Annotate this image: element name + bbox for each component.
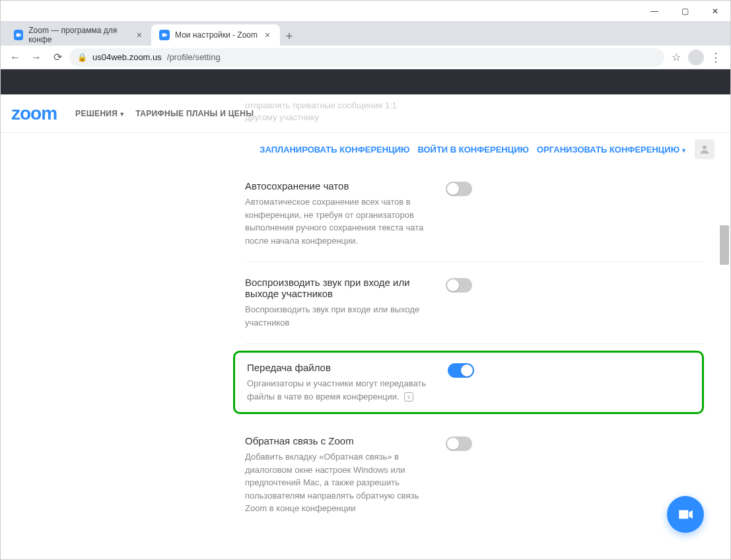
setting-desc: Добавить вкладку «Обратная связь» в диал… xyxy=(245,450,430,515)
tab-close-icon[interactable]: × xyxy=(263,30,272,40)
forward-button[interactable]: → xyxy=(27,48,46,67)
host-meeting-link[interactable]: ОРГАНИЗОВАТЬ КОНФЕРЕНЦИЮ▼ xyxy=(537,145,687,155)
setting-autosave-chats: Автосохранение чатов Автоматическое сохр… xyxy=(245,166,704,262)
zoom-subnav: ЗАПЛАНИРОВАТЬ КОНФЕРЕНЦИЮ ВОЙТИ В КОНФЕР… xyxy=(1,133,730,166)
nav-plans[interactable]: ТАРИФНЫЕ ПЛАНЫ И ЦЕНЫ xyxy=(135,109,254,118)
maximize-button[interactable]: ▢ xyxy=(670,1,700,22)
browser-tab-0[interactable]: Zoom — программа для конфе × xyxy=(6,24,151,46)
bookmark-star-icon[interactable]: ☆ xyxy=(667,51,685,63)
tab-title: Zoom — программа для конфе xyxy=(28,26,129,44)
setting-desc: Организаторы и участники могут передават… xyxy=(247,377,432,403)
back-button[interactable]: ← xyxy=(6,48,24,67)
close-button[interactable]: ✕ xyxy=(700,1,730,22)
schedule-meeting-link[interactable]: ЗАПЛАНИРОВАТЬ КОНФЕРЕНЦИЮ xyxy=(260,145,409,155)
browser-tabs-bar: Zoom — программа для конфе × Мои настрой… xyxy=(1,22,730,46)
reload-button[interactable]: ⟳ xyxy=(48,48,67,67)
user-avatar-icon[interactable] xyxy=(695,139,714,159)
zoom-navbar: zoom РЕШЕНИЯ▼ ТАРИФНЫЕ ПЛАНЫ И ЦЕНЫ отпр… xyxy=(1,94,730,133)
toggle-sound[interactable] xyxy=(446,278,472,293)
setting-desc: Воспроизводить звук при входе или выходе… xyxy=(245,303,430,329)
chrome-profile-avatar[interactable] xyxy=(688,50,704,65)
setting-file-transfer-highlight: Передача файлов Организаторы и участники… xyxy=(233,351,704,414)
setting-play-sound: Воспроизводить звук при входе или выходе… xyxy=(245,262,704,344)
url-field[interactable]: 🔒 us04web.zoom.us/profile/setting xyxy=(69,48,664,67)
tab-close-icon[interactable]: × xyxy=(135,30,143,40)
zoom-chat-fab[interactable] xyxy=(667,496,704,533)
window-titlebar: — ▢ ✕ xyxy=(1,1,730,22)
settings-content: Автосохранение чатов Автоматическое сохр… xyxy=(1,166,730,530)
setting-title: Воспроизводить звук при входе или выходе… xyxy=(245,277,430,299)
setting-desc: Автоматическое сохранение всех чатов в к… xyxy=(245,195,430,247)
setting-feedback: Обратная связь с Zoom Добавить вкладку «… xyxy=(245,421,704,530)
zoom-top-dark-bar xyxy=(1,69,730,94)
lock-icon: 🔒 xyxy=(77,53,87,62)
chrome-menu-icon[interactable]: ⋮ xyxy=(707,50,725,65)
new-tab-button[interactable]: + xyxy=(280,27,298,46)
toggle-feedback[interactable] xyxy=(446,437,472,451)
svg-point-0 xyxy=(703,145,707,149)
zoom-favicon-icon xyxy=(14,30,23,40)
browser-window: — ▢ ✕ Zoom — программа для конфе × Мои н… xyxy=(0,0,731,560)
url-path: /profile/setting xyxy=(167,52,221,62)
nav-solutions[interactable]: РЕШЕНИЯ▼ xyxy=(75,109,125,118)
setting-title: Передача файлов xyxy=(247,362,432,373)
minimize-button[interactable]: — xyxy=(639,1,670,22)
faded-prev-setting: отправлять приватные сообщения 1:1 друго… xyxy=(245,100,506,123)
setting-title: Автосохранение чатов xyxy=(245,180,430,192)
toggle-file-transfer[interactable] xyxy=(448,363,474,378)
toggle-autosave[interactable] xyxy=(446,182,472,196)
tab-title: Мои настройки - Zoom xyxy=(175,30,258,40)
scrollbar-thumb[interactable] xyxy=(720,225,729,265)
zoom-logo[interactable]: zoom xyxy=(11,103,57,124)
url-host: us04web.zoom.us xyxy=(92,52,162,62)
browser-tab-1[interactable]: Мои настройки - Zoom × xyxy=(151,24,280,46)
setting-file-transfer: Передача файлов Организаторы и участники… xyxy=(247,362,690,403)
join-meeting-link[interactable]: ВОЙТИ В КОНФЕРЕНЦИЮ xyxy=(417,145,529,155)
setting-title: Обратная связь с Zoom xyxy=(245,435,430,446)
zoom-favicon-icon xyxy=(159,30,170,40)
address-bar: ← → ⟳ 🔒 us04web.zoom.us/profile/setting … xyxy=(1,46,730,69)
info-icon[interactable]: v xyxy=(404,392,413,402)
